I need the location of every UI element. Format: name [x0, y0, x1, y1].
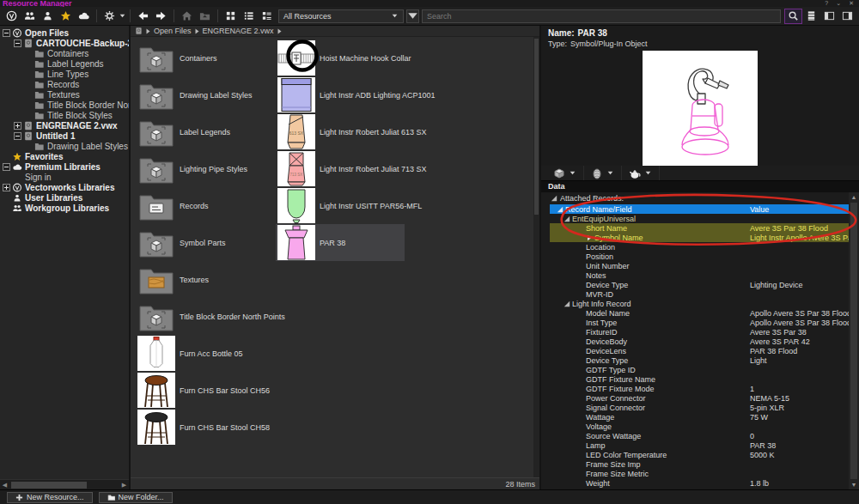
sidebar-item-untitled-1[interactable]: Untitled 1: [0, 131, 129, 141]
breadcrumb-file[interactable]: ENGRENAGE 2.vwx: [203, 27, 274, 35]
resource-item-hoist-machine-hook-collar[interactable]: Hoist Machine Hook Collar: [276, 39, 405, 76]
record-row-source-wattage[interactable]: Source Wattage0: [550, 431, 849, 440]
detail-view-icon[interactable]: [258, 9, 276, 24]
record-row-device-type[interactable]: Device TypeLighting Device: [550, 280, 849, 289]
collapse-box-icon[interactable]: [3, 163, 10, 171]
collapse-box-icon[interactable]: [14, 39, 21, 47]
record-row-model-name[interactable]: Model NameApollo Avere 3S Par 38 Flood: [550, 308, 849, 318]
record-row-unit-number[interactable]: Unit Number: [550, 261, 849, 270]
sidebar-item-textures[interactable]: Textures: [0, 89, 129, 100]
collapse-box-icon[interactable]: [14, 132, 21, 140]
record-row-mvr-id[interactable]: MVR-ID: [550, 289, 849, 299]
panel-right-icon[interactable]: [838, 9, 856, 24]
resource-item-light-instr-robert-juliat-613-sx[interactable]: 613 SXLight Instr Robert Juliat 613 SX: [276, 113, 405, 150]
sidebar-horizontal-scrollbar[interactable]: ◀ ▶: [0, 479, 129, 489]
scroll-down-icon[interactable]: ▼: [849, 480, 859, 489]
record-table-header[interactable]: Record Name/FieldValue: [550, 204, 849, 214]
new-folder-button[interactable]: New Folder...: [99, 492, 173, 503]
record-row-frame-size-metric[interactable]: Frame Size Metric: [550, 469, 849, 478]
list-view-icon[interactable]: [240, 9, 258, 24]
scroll-up-icon[interactable]: ▲: [849, 192, 859, 202]
panel-left-icon[interactable]: [820, 9, 838, 24]
gear-icon[interactable]: [101, 9, 119, 24]
resource-item-par-38[interactable]: PAR 38: [276, 224, 405, 261]
help-icon[interactable]: ?: [825, 0, 828, 7]
collapse-icon[interactable]: ⌄: [836, 0, 841, 7]
scroll-left-icon[interactable]: ◀: [0, 480, 9, 490]
resource-item-light-instr-usitt-par56-mfl[interactable]: Light Instr USITT PAR56-MFL: [276, 187, 405, 224]
attached-records-row[interactable]: Attached Records:: [541, 192, 859, 204]
record-row-devicelens[interactable]: DeviceLensPAR 38 Flood: [550, 346, 849, 355]
resource-item-light-instr-robert-juliat-713-sx[interactable]: 713 SXLight Instr Robert Juliat 713 SX: [276, 150, 405, 187]
sidebar-item-line-types[interactable]: Line Types: [0, 69, 129, 79]
sidebar-item-premium-libraries[interactable]: Premium Libraries: [0, 161, 129, 172]
record-row-weight[interactable]: Weight1.8 lb: [550, 478, 849, 488]
cloud-libraries-icon[interactable]: [75, 9, 93, 24]
record-row-inst-type[interactable]: Inst TypeApollo Avere 3S Par 38 Flood: [550, 318, 849, 327]
record-row-light-info-record[interactable]: Light Info Record: [550, 299, 849, 308]
record-row-entequipuniversal[interactable]: EntEquipUniversal: [550, 214, 849, 223]
scrollbar-thumb[interactable]: [850, 203, 857, 479]
record-row-power-connector[interactable]: Power ConnectorNEMA 5-15: [550, 393, 849, 403]
resource-item-containers[interactable]: Containers: [136, 39, 265, 76]
breadcrumb-open-files[interactable]: Open Files: [154, 27, 192, 35]
record-row-lamp[interactable]: LampPAR 38: [550, 440, 849, 450]
sidebar-item-user-libraries[interactable]: User Libraries: [0, 192, 129, 203]
record-row-voltage[interactable]: Voltage: [550, 422, 849, 431]
chevron-down-icon[interactable]: [606, 167, 614, 180]
search-input[interactable]: [423, 12, 780, 21]
expand-box-icon[interactable]: [3, 184, 10, 191]
sidebar-item-engrenage-2-vwx[interactable]: ENGRENAGE 2.vwx: [0, 120, 129, 131]
sidebar-item-drawing-label-styles[interactable]: Drawing Label Styles: [0, 141, 129, 151]
record-row-location[interactable]: Location: [550, 242, 849, 252]
resource-item-furn-chs-bar-stool-ch58[interactable]: Furn CHS Bar Stool CH58: [136, 409, 265, 446]
workgroup-libraries-icon[interactable]: [21, 9, 39, 24]
collapse-box-icon[interactable]: [3, 29, 10, 37]
record-row-gdtf-fixture-name[interactable]: GDTF Fixture Name: [550, 374, 849, 384]
sidebar-item-records[interactable]: Records: [0, 79, 129, 89]
scroll-right-icon[interactable]: ▶: [119, 480, 129, 490]
magnifier-icon[interactable]: [784, 9, 802, 24]
folder-up-icon[interactable]: [196, 9, 214, 24]
back-arrow-icon[interactable]: [134, 9, 152, 24]
resource-item-lighting-pipe-styles[interactable]: Lighting Pipe Styles: [136, 150, 265, 187]
record-row-gdtf-type-id[interactable]: GDTF Type ID: [550, 365, 849, 374]
record-row-symbol-name[interactable]: Symbol NameLight Instr Apollo Avere 3S P…: [550, 233, 849, 242]
chevron-down-icon[interactable]: [644, 167, 652, 180]
rows-icon[interactable]: [802, 9, 820, 24]
user-libraries-icon[interactable]: [39, 9, 57, 24]
sidebar-item-favorites[interactable]: Favorites: [0, 151, 129, 161]
resource-item-drawing-label-styles[interactable]: Drawing Label Styles: [136, 76, 265, 113]
resource-item-title-block-border-north-points[interactable]: Title Block Border North Points: [136, 298, 265, 335]
record-row-wattage[interactable]: Wattage75 W: [550, 412, 849, 422]
vectorworks-logo-icon[interactable]: [3, 9, 21, 24]
grid-view-icon[interactable]: [222, 9, 240, 24]
sidebar-item-sign-in[interactable]: Sign in: [0, 172, 129, 182]
preview-object-button[interactable]: [584, 166, 622, 180]
resource-item-furn-chs-bar-stool-ch56[interactable]: Furn CHS Bar Stool CH56: [136, 372, 265, 409]
sidebar-item-cartouche-backup-2025010213[interactable]: CARTOUCHE-Backup-2025010213: [0, 38, 129, 48]
render-mode-button[interactable]: [546, 166, 584, 180]
sidebar-item-containers[interactable]: Containers: [0, 48, 129, 58]
record-row-devicebody[interactable]: DeviceBodyAvere 3S PAR 42: [550, 337, 849, 346]
record-row-short-name[interactable]: Short NameAvere 3S Par 38 Flood: [550, 223, 849, 233]
resource-item-textures[interactable]: Textures: [136, 261, 265, 298]
preview-scene-button[interactable]: [622, 166, 660, 180]
resource-item-symbol-parts[interactable]: Symbol Parts: [136, 224, 265, 261]
data-scrollbar[interactable]: ▲ ▼: [849, 192, 859, 489]
record-row-notes[interactable]: Notes: [550, 270, 849, 280]
home-icon[interactable]: [178, 9, 196, 24]
record-row-fixtureid[interactable]: FixtureIDAvere 3S Par 38: [550, 327, 849, 337]
record-row-frame-size-imp[interactable]: Frame Size Imp: [550, 459, 849, 469]
scrollbar-thumb[interactable]: [534, 39, 539, 215]
filter-options-dropdown[interactable]: [406, 9, 419, 23]
record-row-signal-connector[interactable]: Signal Connector5-pin XLR: [550, 403, 849, 412]
close-icon[interactable]: ✕: [849, 0, 854, 7]
resource-list-scrollbar[interactable]: [533, 37, 539, 477]
forward-arrow-icon[interactable]: [152, 9, 170, 24]
resource-item-light-instr-adb-lighting-acp1001[interactable]: Light Instr ADB Lighting ACP1001: [276, 76, 405, 113]
sidebar-item-title-block-border-north-point[interactable]: Title Block Border North Point: [0, 100, 129, 110]
expand-box-icon[interactable]: [14, 122, 21, 130]
sidebar-item-vectorworks-libraries[interactable]: Vectorworks Libraries: [0, 182, 129, 192]
sidebar-item-workgroup-libraries[interactable]: Workgroup Libraries: [0, 203, 129, 213]
